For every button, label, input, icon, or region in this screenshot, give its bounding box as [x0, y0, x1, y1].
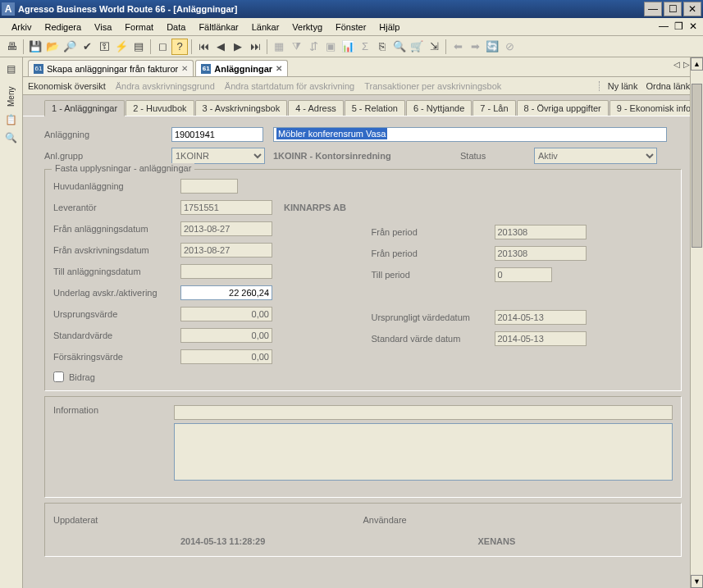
menu-verktyg[interactable]: Verktyg — [285, 20, 329, 34]
wand-icon[interactable]: ⚡ — [113, 39, 130, 55]
menu-hjalp[interactable]: Hjälp — [372, 20, 406, 34]
close-icon[interactable]: ✕ — [181, 64, 188, 73]
menu-lankar[interactable]: Länkar — [245, 20, 286, 34]
forsakr-input[interactable] — [180, 349, 272, 364]
stop-icon[interactable]: ⊘ — [501, 39, 518, 55]
tab-relation[interactable]: 5 - Relation — [345, 100, 405, 116]
bidrag-checkbox[interactable] — [53, 371, 64, 382]
till-period-input[interactable] — [495, 267, 552, 282]
ursprung-input[interactable] — [180, 307, 272, 321]
export-icon[interactable]: ▣ — [322, 39, 339, 55]
anlaggning-desc[interactable]: Möbler konferensrum Vasa — [276, 128, 387, 139]
tab-nyttjande[interactable]: 6 - Nyttjande — [406, 100, 472, 116]
cart-icon[interactable]: 🛒 — [409, 39, 425, 55]
link-ekonomisk[interactable]: Ekonomisk översikt — [28, 81, 106, 91]
refresh-icon[interactable]: 🔄 — [484, 39, 500, 55]
scroll-thumb[interactable] — [692, 95, 702, 248]
tab-lan[interactable]: 7 - Lån — [472, 100, 515, 116]
tab-adress[interactable]: 4 - Adress — [288, 100, 344, 116]
filter-icon[interactable]: ⧩ — [288, 39, 304, 55]
doc-tab-anlaggningar[interactable]: 61 Anläggningar ✕ — [195, 60, 288, 76]
maximize-button[interactable]: ☐ — [664, 2, 682, 16]
leverantor-input[interactable] — [180, 200, 272, 215]
till-anl-input[interactable] — [180, 264, 272, 279]
standard-input[interactable] — [180, 328, 272, 343]
standard-datum-input[interactable] — [495, 331, 587, 346]
link-transaktioner[interactable]: Transaktioner per avskrivningsbok — [364, 81, 501, 91]
zoom-icon[interactable]: 🔍 — [391, 39, 408, 55]
fran-period2-input[interactable] — [495, 246, 587, 261]
dock-clipboard-icon[interactable]: 📋 — [3, 112, 20, 128]
toolbar: 🖶 💾 📂 🔎 ✔ ⚿ ⚡ ▤ ◻ ? ⏮ ◀ ▶ ⏭ ▦ ⧩ ⇵ ▣ 📊 Σ … — [0, 36, 703, 57]
menu-format[interactable]: Format — [118, 20, 160, 34]
fran-period1-input[interactable] — [495, 225, 587, 239]
chart-icon[interactable]: 📊 — [340, 39, 356, 55]
menu-arkiv[interactable]: Arkiv — [5, 20, 38, 34]
child-close-button[interactable]: ✕ — [687, 20, 700, 33]
ursprung-label: Ursprungsvärde — [53, 309, 180, 319]
link-andra-grund[interactable]: Ändra avskrivningsgrund — [116, 81, 215, 91]
menu-data[interactable]: Data — [160, 20, 192, 34]
tab-anlaggningar[interactable]: 1 - Anläggningar — [44, 100, 125, 116]
group-fasta: Fasta upplysningar - anläggningar Huvuda… — [44, 169, 682, 391]
fran-avskr-label: Från avskrivningsdatum — [53, 245, 180, 255]
tab-ovriga[interactable]: 8 - Övriga uppgifter — [517, 100, 609, 116]
fwd-nav-icon[interactable]: ➡ — [467, 39, 483, 55]
scroll-down-icon[interactable]: ▼ — [691, 575, 703, 588]
sort-icon[interactable]: ⇵ — [305, 39, 322, 55]
doc-tab-skapa[interactable]: 61 Skapa anläggningar från fakturor ✕ — [28, 60, 194, 76]
back-nav-icon[interactable]: ⬅ — [450, 39, 466, 55]
save-icon[interactable]: 💾 — [27, 39, 43, 55]
table-icon[interactable]: ▦ — [271, 39, 287, 55]
fran-anl-input[interactable] — [180, 221, 272, 236]
binocular-icon[interactable]: 🔎 — [62, 39, 78, 55]
group-footer: Uppdaterat 2014-05-13 11:28:29 Användare — [44, 503, 682, 557]
key-icon[interactable]: ⚿ — [96, 39, 112, 55]
underlag-input[interactable] — [180, 285, 272, 300]
new-window-icon[interactable]: ◻ — [154, 39, 171, 55]
window-titlebar: A Agresso Business World Route 66 - [Anl… — [0, 0, 703, 18]
document-tabs: 61 Skapa anläggningar från fakturor ✕ 61… — [23, 57, 703, 77]
open-icon[interactable]: 📂 — [44, 39, 61, 55]
link-andra-start[interactable]: Ändra startdatum för avskrivning — [225, 81, 354, 91]
next-icon[interactable]: ▶ — [230, 39, 246, 55]
fran-avskr-input[interactable] — [180, 243, 272, 258]
vertical-scrollbar[interactable]: ▲ ▼ — [690, 95, 703, 588]
anlaggning-input[interactable] — [171, 127, 263, 142]
ursprung-datum-input[interactable] — [495, 310, 587, 325]
export2-icon[interactable]: ⇲ — [426, 39, 442, 55]
check-icon[interactable]: ✔ — [79, 39, 95, 55]
anlaggning-label: Anläggning — [44, 130, 171, 139]
sum-icon[interactable]: Σ — [357, 39, 373, 55]
first-icon[interactable]: ⏮ — [195, 39, 212, 55]
dock-menu-icon[interactable]: ▤ — [3, 61, 20, 77]
information-input[interactable] — [174, 405, 673, 420]
dock-search-icon[interactable]: 🔍 — [3, 130, 20, 146]
tab-right-icon[interactable]: ▷ — [683, 60, 690, 69]
status-select[interactable]: Aktiv — [534, 148, 657, 164]
close-button[interactable]: ✕ — [683, 2, 701, 16]
tab-huvudbok[interactable]: 2 - Huvudbok — [126, 100, 194, 116]
close-icon[interactable]: ✕ — [276, 64, 282, 73]
link-ny-lank[interactable]: Ny länk — [608, 81, 638, 91]
child-minimize-button[interactable]: — — [657, 20, 670, 33]
menu-faltlankar[interactable]: Fältlänkar — [192, 20, 244, 34]
menu-fonster[interactable]: Fönster — [329, 20, 372, 34]
standard-label: Standardvärde — [53, 330, 180, 340]
anlgrupp-select[interactable]: 1KOINR — [171, 148, 265, 164]
menu-visa[interactable]: Visa — [88, 20, 118, 34]
minimize-button[interactable]: — — [644, 2, 662, 16]
tab-ekonomisk[interactable]: 9 - Ekonomisk info — [609, 100, 698, 116]
copy-icon[interactable]: ⎘ — [374, 39, 390, 55]
huvudanlaggning-input[interactable] — [180, 179, 238, 194]
information-textarea[interactable] — [174, 423, 673, 481]
tab-avskrivningsbok[interactable]: 3 - Avskrivningsbok — [195, 100, 288, 116]
print-icon[interactable]: 🖶 — [3, 39, 20, 55]
child-restore-button[interactable]: ❐ — [672, 20, 685, 33]
prev-icon[interactable]: ◀ — [212, 39, 229, 55]
menu-redigera[interactable]: Redigera — [38, 20, 88, 34]
help-icon[interactable]: ? — [171, 39, 188, 55]
tab-left-icon[interactable]: ◁ — [673, 60, 680, 69]
last-icon[interactable]: ⏭ — [247, 39, 263, 55]
fields-icon[interactable]: ▤ — [130, 39, 147, 55]
